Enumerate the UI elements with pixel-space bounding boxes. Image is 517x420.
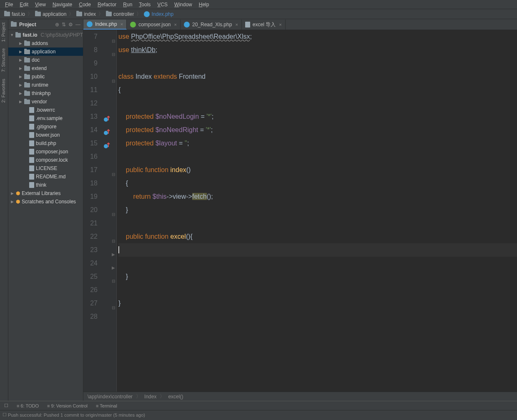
breadcrumb-application[interactable]: application (33, 11, 68, 17)
fold-toggle-icon[interactable]: ⊟ (112, 35, 116, 39)
fold-toggle-icon[interactable]: ⊟ (112, 208, 116, 212)
menu-tools[interactable]: Tools (136, 2, 154, 8)
code-line[interactable]: return $this->view->fetch(); (118, 190, 517, 203)
tab-20_Read_Xls-php[interactable]: 20_Read_Xls.php× (181, 20, 242, 30)
gear-icon[interactable]: ⚙ (68, 22, 73, 28)
code-line[interactable]: protected $layout = ''; (118, 137, 517, 150)
tree-item-think[interactable]: think (8, 181, 83, 189)
code-line[interactable]: { (118, 83, 517, 97)
fold-toggle-icon[interactable]: ▶ (112, 261, 116, 265)
code-line[interactable] (118, 310, 517, 323)
tree-item--bowerrc[interactable]: .bowerrc (8, 106, 83, 114)
tree-item-runtime[interactable]: ▶runtime (8, 81, 83, 89)
tree-item-build-php[interactable]: build.php (8, 139, 83, 148)
tree-item-public[interactable]: ▶public (8, 72, 83, 81)
code-line[interactable]: protected $noNeedLogin = '*'; (118, 110, 517, 123)
code-line[interactable]: } (118, 297, 517, 310)
code-line[interactable]: public function excel(){ (118, 230, 517, 243)
tree-item--env-sample[interactable]: .env.sample (8, 114, 83, 122)
code-line[interactable] (118, 243, 517, 257)
tab-composer-json[interactable]: composer.json× (127, 20, 181, 30)
menu-refactor[interactable]: Refactor (94, 2, 120, 8)
code-crumb-seg[interactable]: Index (144, 394, 156, 400)
code-crumb-seg[interactable]: excel() (168, 394, 183, 400)
tree-item-README-md[interactable]: README.md (8, 172, 83, 181)
menu-run[interactable]: Run (120, 2, 136, 8)
tree-root[interactable]: ▼fast.ioC:\phpStudy\PHPT (8, 31, 83, 39)
code-line[interactable] (118, 97, 517, 110)
tree-item-doc[interactable]: ▶doc (8, 56, 83, 64)
code-line[interactable]: use PhpOffice\PhpSpreadsheet\Reader\Xlsx… (118, 30, 517, 43)
menu-edit[interactable]: Edit (16, 2, 32, 8)
fold-toggle-icon[interactable]: ⊟ (112, 48, 116, 52)
target-icon[interactable]: ⊕ (55, 22, 59, 28)
close-icon[interactable]: × (235, 22, 238, 27)
chevron-right-icon: 〉 (136, 393, 141, 400)
fold-toggle-icon[interactable]: ⊟ (112, 301, 116, 305)
sort-icon[interactable]: ⇅ (62, 22, 66, 28)
fold-toggle-icon[interactable]: ⊟ (112, 275, 116, 279)
tool-windows-icon[interactable]: ☐ (4, 403, 8, 408)
menu-window[interactable]: Window (171, 2, 196, 8)
override-marker-icon[interactable] (103, 127, 110, 133)
tree-item-vendor[interactable]: ▶vendor (8, 98, 83, 106)
bottom-tool-9--Version-Control[interactable]: ≡ 9: Version Control (47, 403, 88, 408)
menu-code[interactable]: Code (75, 2, 94, 8)
override-marker-icon[interactable] (103, 113, 110, 120)
tree-item-thinkphp[interactable]: ▶thinkphp (8, 89, 83, 98)
collapse-icon[interactable]: — (75, 22, 80, 28)
tree-item-composer-json[interactable]: composer.json (8, 148, 83, 156)
project-tree[interactable]: ▼fast.ioC:\phpStudy\PHPT▶addons▶applicat… (8, 30, 83, 401)
file-icon (29, 165, 34, 171)
menu-vcs[interactable]: VCS (154, 2, 171, 8)
menu-navigate[interactable]: Navigate (49, 2, 75, 8)
code-crumb-seg[interactable]: \app\index\controller (88, 394, 133, 400)
code-line[interactable]: protected $noNeedRight = '*'; (118, 123, 517, 137)
menu-view[interactable]: View (32, 2, 49, 8)
tab-excel-导入[interactable]: excel 导入× (242, 20, 286, 30)
code-editor[interactable]: 7891011121314151617181920212223242526272… (83, 30, 517, 392)
code-line[interactable]: use think\Db; (118, 43, 517, 57)
rail-tab-2--Favorites[interactable]: 2: Favorites (0, 75, 8, 106)
bottom-tool-Terminal[interactable]: ≡ Terminal (96, 403, 117, 408)
bottom-tool-6--TODO[interactable]: ≡ 6: TODO (17, 403, 39, 408)
code-line[interactable]: { (118, 177, 517, 190)
menu-file[interactable]: File (2, 2, 16, 8)
menu-help[interactable]: Help (196, 2, 213, 8)
breadcrumb-controller[interactable]: controller (104, 11, 136, 17)
tree-item-application[interactable]: ▶application (8, 48, 83, 56)
breadcrumb-fast-io[interactable]: fast.io (3, 11, 27, 17)
code-line[interactable]: } (118, 270, 517, 283)
tab-Index-php[interactable]: Index.php× (83, 20, 127, 30)
tree-item-LICENSE[interactable]: LICENSE (8, 164, 83, 172)
close-icon[interactable]: × (120, 22, 123, 27)
tree-item-extend[interactable]: ▶extend (8, 64, 83, 72)
code-line[interactable] (118, 217, 517, 230)
breadcrumb-Index-php[interactable]: Index.php (142, 11, 175, 17)
fold-toggle-icon[interactable]: ⊟ (112, 168, 116, 172)
breadcrumb-index[interactable]: index (75, 11, 98, 17)
rail-tab-1--Project[interactable]: 1: Project (0, 19, 8, 45)
code-line[interactable] (118, 57, 517, 70)
tree-item-bower-json[interactable]: bower.json (8, 131, 83, 139)
fold-toggle-icon[interactable]: ⊟ (112, 235, 116, 239)
close-icon[interactable]: × (279, 22, 281, 27)
code-line[interactable]: } (118, 203, 517, 217)
close-icon[interactable]: × (174, 22, 177, 27)
fold-toggle-icon[interactable]: ▶ (112, 248, 116, 252)
fold-toggle-icon[interactable]: ⊟ (112, 75, 116, 79)
tree-item-composer-lock[interactable]: composer.lock (8, 156, 83, 164)
project-panel: Project ⊕ ⇅ ⚙ — ▼fast.ioC:\phpStudy\PHPT… (8, 19, 83, 401)
tree-item-addons[interactable]: ▶addons (8, 39, 83, 48)
code-line[interactable]: public function index() (118, 163, 517, 177)
code-line[interactable] (118, 257, 517, 270)
code-text[interactable]: use PhpOffice\PhpSpreadsheet\Reader\Xlsx… (117, 30, 517, 392)
code-line[interactable] (118, 150, 517, 163)
tree-libs[interactable]: ▶⬢External Libraries (8, 189, 83, 198)
code-line[interactable] (118, 283, 517, 297)
code-line[interactable]: class Index extends Frontend (118, 70, 517, 83)
tree-scratches[interactable]: ▶⬢Scratches and Consoles (8, 198, 83, 206)
override-marker-icon[interactable] (103, 140, 110, 147)
tree-item--gitignore[interactable]: .gitignore (8, 122, 83, 131)
rail-tab-7--Structure[interactable]: 7: Structure (0, 45, 8, 75)
